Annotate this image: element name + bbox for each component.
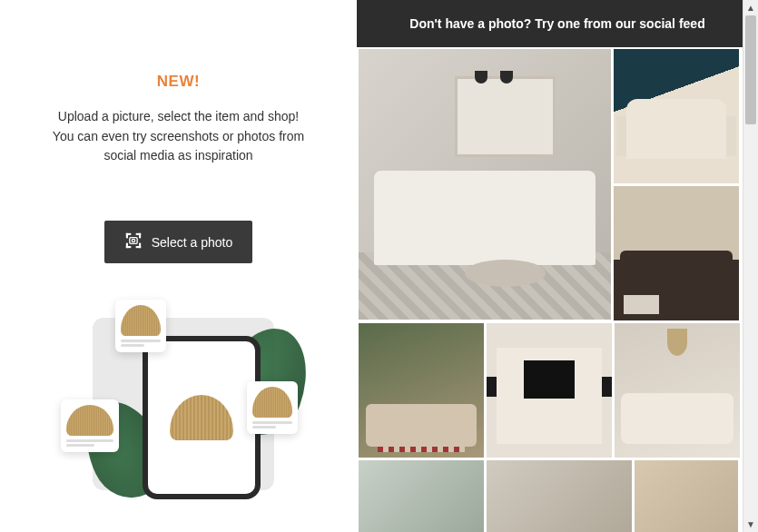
feed-header: Don't have a photo? Try one from our soc… bbox=[357, 0, 758, 47]
select-photo-button[interactable]: Select a photo bbox=[104, 221, 253, 263]
camera-search-icon bbox=[124, 232, 143, 252]
scroll-down-icon[interactable]: ▼ bbox=[743, 517, 758, 532]
scrollbar[interactable]: ▲ ▼ bbox=[743, 0, 758, 532]
feed-tile[interactable] bbox=[614, 49, 739, 183]
feed-tile[interactable] bbox=[359, 49, 611, 320]
desc-line-1: Upload a picture, select the item and sh… bbox=[58, 109, 299, 123]
upload-description: Upload a picture, select the item and sh… bbox=[43, 107, 315, 166]
feed-tile[interactable] bbox=[614, 186, 739, 320]
upload-panel: NEW! Upload a picture, select the item a… bbox=[0, 0, 357, 532]
social-feed-panel: Don't have a photo? Try one from our soc… bbox=[357, 0, 758, 532]
svg-rect-7 bbox=[139, 243, 140, 247]
product-card bbox=[247, 381, 298, 434]
feed-tile[interactable] bbox=[487, 323, 612, 458]
feed-grid bbox=[357, 47, 758, 532]
svg-rect-5 bbox=[126, 243, 127, 247]
scrollbar-thumb[interactable] bbox=[745, 15, 756, 124]
desc-line-2: You can even try screenshots or photos f… bbox=[53, 129, 304, 163]
feed-tile[interactable] bbox=[615, 323, 740, 458]
product-card bbox=[115, 300, 166, 352]
product-card bbox=[61, 399, 119, 452]
new-badge: NEW! bbox=[157, 73, 200, 91]
svg-rect-1 bbox=[126, 234, 127, 238]
svg-rect-3 bbox=[139, 234, 140, 238]
scroll-up-icon[interactable]: ▲ bbox=[743, 0, 758, 15]
feed-tile[interactable] bbox=[487, 460, 632, 532]
svg-point-9 bbox=[132, 239, 134, 241]
svg-rect-8 bbox=[130, 238, 137, 244]
phone-mockup bbox=[143, 336, 261, 499]
upload-illustration bbox=[52, 309, 306, 490]
select-photo-label: Select a photo bbox=[152, 235, 233, 250]
feed-tile[interactable] bbox=[359, 323, 484, 458]
feed-tile[interactable] bbox=[635, 460, 738, 532]
feed-tile[interactable] bbox=[359, 460, 484, 532]
pendant-lamp-icon bbox=[170, 395, 233, 440]
